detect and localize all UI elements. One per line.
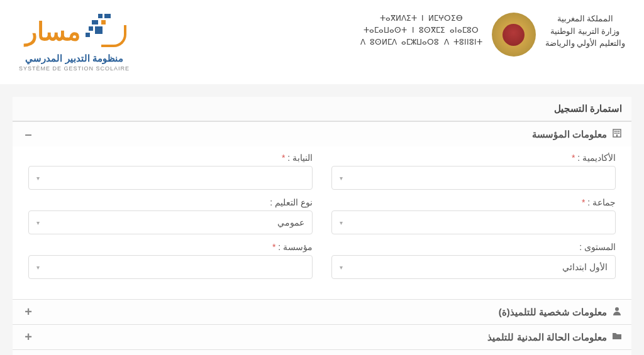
education-type-select[interactable]: عمومي ▾ — [28, 210, 313, 234]
logo-subtitle-fr: SYSTÈME DE GESTION SCOLAIRE — [19, 65, 130, 72]
section-civil: معلومات الحالة المدنية للتلميذ + — [13, 324, 631, 349]
tamazight-line3: ⴷ ⵓⵙⵍⵎⴷ ⴰⵎⵣⵡⴰⵔⵓ ⴷ ⵜⵓⵏⵏⵓⵏⵜ — [360, 36, 482, 48]
section-guardians-header[interactable]: معلومات أولياء التلاميذ(ة) + — [13, 350, 631, 355]
building-icon — [612, 128, 622, 141]
chevron-down-icon: ▾ — [36, 264, 40, 271]
academy-select[interactable]: ▾ — [331, 166, 616, 190]
ministry-seal-icon — [492, 13, 536, 57]
svg-rect-1 — [614, 131, 616, 132]
delegation-select[interactable]: ▾ — [28, 166, 313, 190]
page-header: المملكة المغربية وزارة التربية الوطنية و… — [0, 0, 644, 84]
massar-logo: مسار منظومة التدبير المدرسي SYSTÈME DE G… — [19, 13, 130, 72]
section-personal-header[interactable]: معلومات شخصية للتلميذ(ة) + — [13, 300, 631, 324]
academy-label: الأكاديمية : * — [331, 153, 616, 163]
svg-point-8 — [615, 307, 619, 311]
education-type-value: عمومي — [277, 217, 304, 227]
user-icon — [612, 306, 622, 319]
collapse-icon: – — [22, 127, 35, 141]
form-title: استمارة التسجيل — [13, 97, 631, 121]
ministry-line3: والتعليم الأولي والرياضة — [545, 37, 625, 50]
ministry-text: المملكة المغربية وزارة التربية الوطنية و… — [545, 13, 625, 50]
chevron-down-icon: ▾ — [36, 219, 40, 226]
level-label: المستوى : — [331, 242, 616, 252]
delegation-label: النيابة : * — [28, 153, 313, 163]
education-type-label: نوع التعليم : — [28, 197, 313, 207]
level-select[interactable]: الأول ابتدائي ▾ — [331, 255, 616, 279]
main-form-container: استمارة التسجيل معلومات المؤسسة – الأكاد… — [13, 97, 631, 355]
section-personal-title: معلومات شخصية للتلميذ(ة) — [499, 307, 607, 318]
section-institution-body: الأكاديمية : * ▾ النيابة : * ▾ جماعة — [13, 146, 631, 299]
header-ministry-block: المملكة المغربية وزارة التربية الوطنية و… — [360, 13, 625, 57]
tamazight-text: ⵜⴰⴳⵍⴷⵉⵜ ⵏ ⵍⵎⵖⵔⵉⴱ ⵜⴰⵎⴰⵡⴰⵙⵜ ⵏ ⵓⵙⴳⵎⵉ ⴰⵏⴰⵎⵓⵔ… — [360, 13, 482, 49]
svg-rect-6 — [618, 133, 619, 134]
chevron-down-icon: ▾ — [340, 264, 343, 271]
section-guardians: معلومات أولياء التلاميذ(ة) + — [13, 349, 631, 355]
svg-rect-3 — [618, 131, 619, 132]
expand-icon: + — [22, 305, 35, 319]
section-institution-title: معلومات المؤسسة — [532, 129, 607, 140]
section-institution: معلومات المؤسسة – الأكاديمية : * ▾ النيا… — [13, 121, 631, 299]
svg-rect-2 — [616, 131, 618, 132]
logo-subtitle-ar: منظومة التدبير المدرسي — [25, 53, 123, 64]
svg-rect-7 — [616, 134, 618, 137]
section-personal: معلومات شخصية للتلميذ(ة) + — [13, 299, 631, 324]
school-label: مؤسسة : * — [28, 242, 313, 252]
tamazight-line2: ⵜⴰⵎⴰⵡⴰⵙⵜ ⵏ ⵓⵙⴳⵎⵉ ⴰⵏⴰⵎⵓⵔ — [360, 25, 482, 36]
svg-rect-4 — [614, 133, 616, 134]
chevron-down-icon: ▾ — [340, 175, 343, 182]
section-civil-title: معلومات الحالة المدنية للتلميذ — [487, 332, 607, 343]
commune-select[interactable]: ▾ — [331, 210, 616, 234]
svg-rect-5 — [616, 133, 618, 134]
level-value: الأول ابتدائي — [562, 262, 608, 272]
section-civil-header[interactable]: معلومات الحالة المدنية للتلميذ + — [13, 325, 631, 349]
expand-icon: + — [22, 330, 35, 344]
section-institution-header[interactable]: معلومات المؤسسة – — [13, 122, 631, 146]
logo-text-ar: مسار — [25, 17, 80, 46]
folder-icon — [612, 331, 622, 344]
chevron-down-icon: ▾ — [36, 175, 40, 182]
chevron-down-icon: ▾ — [340, 219, 343, 226]
ministry-line1: المملكة المغربية — [545, 13, 625, 25]
school-select[interactable]: ▾ — [28, 255, 313, 279]
logo-graphic-icon — [86, 13, 123, 50]
commune-label: جماعة : * — [331, 197, 616, 207]
ministry-line2: وزارة التربية الوطنية — [545, 25, 625, 38]
tamazight-line1: ⵜⴰⴳⵍⴷⵉⵜ ⵏ ⵍⵎⵖⵔⵉⴱ — [360, 13, 482, 25]
